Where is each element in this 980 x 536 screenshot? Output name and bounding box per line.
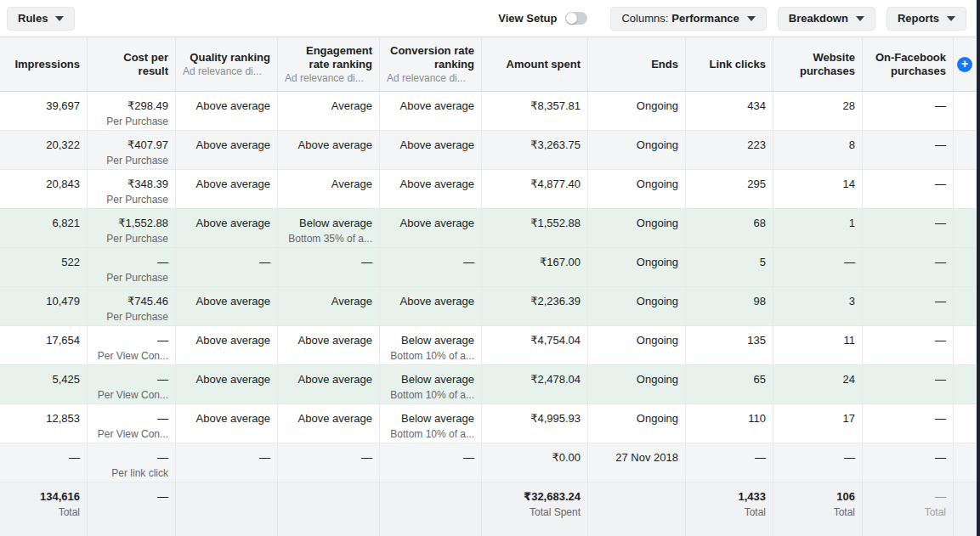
column-header-quality-ranking[interactable]: Quality rankingAd relevance di...: [176, 37, 278, 91]
table-cell-conversion-rate-ranking: [380, 482, 482, 536]
chevron-down-icon: [747, 16, 756, 21]
cell-value: Above average: [183, 372, 270, 387]
cell-value: —: [870, 333, 946, 348]
table-cell-amount-spent: ₹3,263.75: [482, 131, 588, 169]
view-setup-toggle[interactable]: [565, 12, 587, 25]
table-cell-engagement-rate-ranking: Average: [278, 170, 380, 208]
table-row: 522—Per Purchase———₹167.00Ongoing5——: [0, 248, 976, 287]
table-cell-impressions: 5,425: [0, 365, 88, 403]
table-cell-quality-ranking: Above average: [176, 170, 278, 208]
cell-value: ₹745.46: [94, 294, 168, 309]
table-cell-website-purchases: 8: [773, 131, 863, 169]
column-header-conversion-rate-ranking[interactable]: Conversion rate rankingAd relevance di..…: [380, 37, 482, 91]
column-header-engagement-rate-ranking[interactable]: Engagement rate rankingAd relevance di..…: [278, 37, 380, 91]
cell-value: ₹2,236.39: [489, 294, 581, 309]
column-header-on-facebook-purchases[interactable]: On-Facebook purchases: [863, 37, 954, 91]
table-cell-ends: Ongoing: [588, 248, 686, 286]
table-cell-amount-spent: ₹0.00: [482, 443, 588, 482]
cell-value: ₹0.00: [489, 450, 581, 465]
cell-value: ₹4,877.40: [489, 177, 581, 192]
cell-value: 134,616: [7, 489, 80, 505]
cell-value: 10,479: [7, 294, 80, 309]
table-cell-engagement-rate-ranking: Above average: [278, 365, 380, 403]
table-cell-engagement-rate-ranking: Above average: [278, 131, 380, 169]
column-header-label: Quality ranking: [183, 51, 270, 65]
column-header-amount-spent[interactable]: Amount spent: [482, 37, 588, 91]
column-header-website-purchases[interactable]: Website purchases: [773, 37, 863, 91]
cell-value: —: [94, 255, 168, 270]
cell-value: 6,821: [7, 216, 80, 231]
cell-value: 522: [7, 255, 80, 270]
cell-sublabel: Bottom 10% of a...: [387, 387, 474, 403]
column-header-ends[interactable]: Ends: [588, 37, 686, 91]
table-row: ——Per link click———₹0.0027 Nov 2018———: [0, 443, 976, 482]
cell-value: ₹298.49: [94, 99, 168, 114]
cell-value: 14: [780, 177, 855, 192]
column-header-impressions[interactable]: Impressions: [0, 37, 88, 91]
view-setup-label: View Setup: [498, 12, 557, 25]
cell-value: ₹8,357.81: [489, 99, 581, 114]
cell-value: 295: [693, 177, 766, 192]
rules-button[interactable]: Rules: [7, 7, 75, 31]
cell-value: 434: [693, 99, 766, 114]
table-cell-amount-spent: ₹8,357.81: [482, 92, 588, 130]
table-cell-amount-spent: ₹167.00: [482, 248, 588, 286]
table-cell-link-clicks: 68: [686, 209, 773, 247]
table-cell-on-facebook-purchases: —: [863, 170, 954, 208]
cell-value: —: [94, 411, 168, 426]
table-cell-website-purchases: 1: [773, 209, 863, 247]
add-column-body-cell: [954, 365, 976, 403]
cell-sublabel: Total: [870, 505, 946, 520]
cell-value: 24: [780, 372, 855, 387]
cell-value: ₹167.00: [489, 255, 581, 270]
cell-value: 135: [693, 333, 766, 348]
cell-sublabel: Total: [780, 505, 855, 520]
table-cell-website-purchases: 106Total: [773, 482, 863, 536]
column-header-link-clicks[interactable]: Link clicks: [686, 37, 773, 91]
table-cell-on-facebook-purchases: —: [863, 404, 954, 443]
cell-sublabel: Total Spent: [489, 505, 581, 520]
add-column-body-cell: [954, 92, 976, 130]
cell-value: 98: [693, 294, 766, 309]
cell-value: 1,433: [693, 489, 766, 505]
table-cell-link-clicks: 110: [686, 404, 773, 443]
cell-value: Ongoing: [595, 372, 678, 387]
cell-value: Above average: [183, 99, 270, 114]
reports-dropdown-button[interactable]: Reports: [887, 7, 966, 31]
table-cell-ends: 27 Nov 2018: [588, 443, 686, 482]
chevron-down-icon: [947, 16, 955, 21]
cell-value: 223: [693, 138, 766, 153]
table-total-row: 134,616Total—₹32,683.24Total Spent1,433T…: [0, 482, 976, 536]
cell-value: —: [870, 411, 946, 426]
table-row: 5,425—Per View Con...Above averageAbove …: [0, 365, 976, 404]
cell-value: Ongoing: [595, 99, 678, 114]
table-cell-on-facebook-purchases: —: [863, 209, 954, 247]
add-column-header-cell: +: [954, 37, 976, 91]
cell-value: 5: [693, 255, 766, 270]
add-column-body-cell: [954, 170, 976, 208]
cell-value: —: [94, 372, 168, 387]
columns-selected-value: Performance: [671, 12, 739, 25]
column-header-cost-per-result[interactable]: Cost per result: [88, 37, 176, 91]
table-cell-amount-spent: ₹4,877.40: [482, 170, 588, 208]
breakdown-dropdown-button[interactable]: Breakdown: [778, 7, 875, 31]
add-column-button[interactable]: +: [957, 57, 972, 72]
table-cell-cost-per-result: —: [88, 482, 176, 536]
add-column-body-cell: [954, 209, 976, 247]
table-cell-cost-per-result: ₹298.49Per Purchase: [88, 92, 176, 130]
table-cell-quality-ranking: Above average: [176, 209, 278, 247]
cell-sublabel: Per Purchase: [94, 270, 168, 285]
cell-value: —: [7, 450, 80, 465]
chevron-down-icon: [856, 16, 864, 21]
cell-value: Ongoing: [595, 333, 678, 348]
cell-value: —: [183, 255, 270, 270]
cell-value: 68: [693, 216, 766, 231]
columns-dropdown-button[interactable]: Columns: Performance: [610, 7, 766, 31]
table-cell-ends: Ongoing: [588, 404, 686, 443]
table-cell-website-purchases: 17: [773, 404, 863, 443]
cell-value: —: [870, 216, 946, 231]
table-cell-conversion-rate-ranking: Below averageBottom 10% of a...: [380, 365, 482, 403]
cell-value: —: [94, 489, 168, 505]
cell-value: 12,853: [7, 411, 80, 426]
cell-value: Above average: [183, 177, 270, 192]
